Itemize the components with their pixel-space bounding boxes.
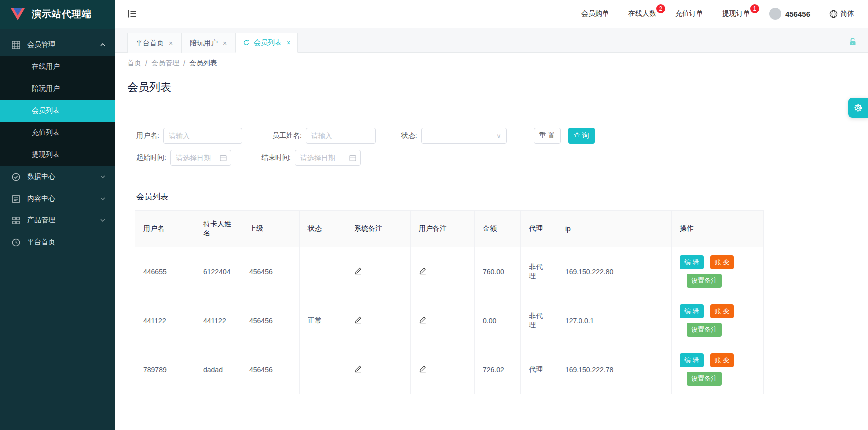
member-orders-link[interactable]: 会员购单 (581, 9, 609, 18)
edit-pencil-icon[interactable] (419, 316, 427, 325)
table-row: 789789 dadad 456456 (135, 345, 764, 394)
language-label: 简体 (840, 9, 854, 18)
subitem-label: 提现列表 (32, 150, 60, 159)
close-icon[interactable]: × (287, 39, 290, 47)
start-time-filter-label: 起始时间: (136, 153, 166, 162)
table-header-row: 用户名 持卡人姓名 上级 状态 系统备注 用户备注 金额 代理 ip 操作 (135, 211, 764, 247)
language-switcher[interactable]: 简体 (829, 9, 854, 18)
sidebar-item-label: 内容中心 (27, 194, 100, 203)
col-username: 用户名 (135, 211, 195, 247)
status-select[interactable]: ∨ (421, 128, 507, 144)
cell-username: 789789 (135, 345, 195, 394)
col-cardholder: 持卡人姓名 (195, 211, 241, 247)
breadcrumb-member-management[interactable]: 会员管理 (151, 59, 179, 68)
end-time-filter-label: 结束时间: (261, 153, 291, 162)
edit-button[interactable]: 编 辑 (680, 255, 704, 269)
cell-parent: 456456 (241, 345, 300, 394)
document-icon (12, 195, 20, 203)
sidebar-item-platform-home[interactable]: 平台首页 (0, 231, 115, 253)
avatar (769, 8, 781, 20)
edit-pencil-icon[interactable] (354, 316, 362, 325)
sidebar-subitem-online-users[interactable]: 在线用户 (0, 56, 115, 78)
username-input[interactable] (163, 128, 242, 144)
close-icon[interactable]: × (169, 39, 173, 47)
sidebar-subitem-withdraw-list[interactable]: 提现列表 (0, 144, 115, 166)
filter-username: 用户名: (136, 128, 242, 144)
cell-agent: 非代理 (521, 247, 557, 296)
edit-pencil-icon[interactable] (354, 267, 362, 276)
edit-pencil-icon[interactable] (419, 267, 427, 276)
cell-actions: 编 辑 账 变 设置备注 (672, 345, 764, 394)
app-logo[interactable]: 演示站代理端 (0, 0, 115, 29)
sidebar-subitem-member-list[interactable]: 会员列表 (0, 100, 115, 122)
withdraw-orders-link[interactable]: 提现订单 1 (722, 9, 750, 18)
chevron-up-icon (100, 42, 106, 48)
sidebar-item-label: 产品管理 (27, 216, 100, 225)
tab-platform-home[interactable]: 平台首页 × (127, 33, 181, 53)
unlock-icon[interactable] (848, 37, 857, 46)
sidebar-subitem-companion-users[interactable]: 陪玩用户 (0, 78, 115, 100)
filter-row-2: 起始时间: 结束时间: (136, 150, 856, 166)
online-count-link[interactable]: 在线人数 2 (628, 9, 656, 18)
set-remark-button[interactable]: 设置备注 (687, 323, 722, 337)
filter-row-1: 用户名: 员工姓名: 状态: ∨ 重 置 查 询 (136, 128, 856, 144)
sidebar-item-label: 数据中心 (27, 172, 100, 181)
set-remark-button[interactable]: 设置备注 (687, 372, 722, 386)
top-link-label: 提现订单 (722, 9, 750, 17)
settings-fab[interactable] (848, 98, 868, 118)
cell-parent: 456456 (241, 296, 300, 345)
breadcrumb-current: 会员列表 (189, 59, 217, 68)
filter-buttons: 重 置 查 询 (534, 128, 595, 144)
edit-button[interactable]: 编 辑 (680, 304, 704, 318)
sidebar-submenu: 在线用户 陪玩用户 会员列表 充值列表 提现列表 (0, 56, 115, 166)
col-ip: ip (557, 211, 672, 247)
edit-button[interactable]: 编 辑 (680, 353, 704, 367)
cell-username: 446655 (135, 247, 195, 296)
filter-status: 状态: ∨ (401, 128, 507, 144)
sidebar-item-data-center[interactable]: 数据中心 (0, 166, 115, 188)
tab-member-list[interactable]: 会员列表 × (235, 33, 298, 53)
member-table-wrapper: 用户名 持卡人姓名 上级 状态 系统备注 用户备注 金额 代理 ip 操作 44 (135, 210, 763, 394)
recharge-orders-link[interactable]: 充值订单 (675, 9, 703, 18)
balance-change-button[interactable]: 账 变 (710, 255, 734, 269)
globe-icon (829, 10, 838, 18)
edit-pencil-icon[interactable] (419, 365, 427, 374)
menu-fold-icon[interactable] (127, 8, 138, 19)
col-user-remark: 用户备注 (411, 211, 475, 247)
sidebar: 演示站代理端 会员管理 在线用户 陪玩用户 会员列表 (0, 0, 115, 430)
sidebar-item-product-management[interactable]: 产品管理 (0, 210, 115, 231)
user-menu[interactable]: 456456 (769, 8, 810, 20)
balance-change-button[interactable]: 账 变 (710, 353, 734, 367)
reset-button[interactable]: 重 置 (534, 128, 561, 144)
cell-cardholder: 441122 (195, 296, 241, 345)
cell-amount: 726.02 (475, 345, 521, 394)
start-date-input[interactable] (170, 150, 231, 166)
set-remark-button[interactable]: 设置备注 (687, 274, 722, 288)
cell-agent: 非代理 (521, 296, 557, 345)
search-button[interactable]: 查 询 (568, 128, 595, 144)
top-header: 会员购单 在线人数 2 充值订单 提现订单 1 456456 (115, 0, 868, 28)
page-title: 会员列表 (127, 80, 856, 95)
end-date-input[interactable] (295, 150, 361, 166)
staff-name-input[interactable] (306, 128, 376, 144)
brand-v-icon (11, 8, 25, 20)
sidebar-item-member-management[interactable]: 会员管理 (0, 34, 115, 56)
table-row: 446655 6122404 456456 (135, 247, 764, 296)
sidebar-item-content-center[interactable]: 内容中心 (0, 188, 115, 210)
balance-change-button[interactable]: 账 变 (710, 304, 734, 318)
cell-status (300, 247, 346, 296)
close-icon[interactable]: × (223, 39, 227, 47)
cell-amount: 760.00 (475, 247, 521, 296)
cell-status (300, 345, 346, 394)
cell-ip: 127.0.0.1 (557, 296, 672, 345)
sidebar-subitem-recharge-list[interactable]: 充值列表 (0, 122, 115, 144)
main-area: 会员购单 在线人数 2 充值订单 提现订单 1 456456 (115, 0, 868, 430)
col-agent: 代理 (521, 211, 557, 247)
tab-companion-users[interactable]: 陪玩用户 × (181, 33, 235, 53)
breadcrumb-home[interactable]: 首页 (127, 59, 141, 68)
online-count-badge: 2 (656, 4, 665, 13)
edit-pencil-icon[interactable] (354, 365, 362, 374)
tab-label: 会员列表 (254, 38, 282, 47)
refresh-icon[interactable] (243, 39, 250, 46)
top-link-label: 在线人数 (628, 9, 656, 17)
